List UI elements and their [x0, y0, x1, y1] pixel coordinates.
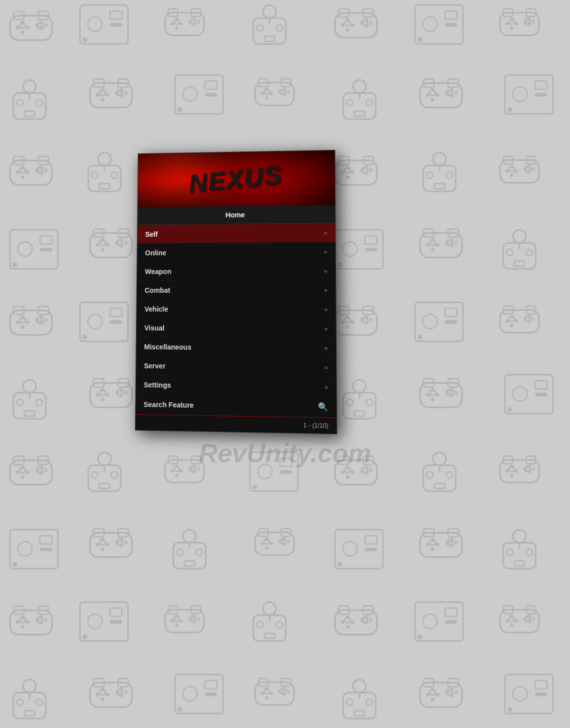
menu-item-server-label: Server	[144, 362, 166, 370]
menu-item-visual-label: Visual	[144, 324, 164, 332]
svg-rect-2	[20, 1, 28, 7]
menu-item-visual-arrow: »	[324, 325, 328, 332]
svg-rect-1	[2, 1, 10, 7]
menu-item-miscellaneous-label: Miscellaneous	[144, 343, 191, 351]
menu-item-server[interactable]: Server »	[136, 356, 336, 378]
menu-item-self[interactable]: Self »	[138, 223, 336, 244]
search-icon: 🔍	[318, 402, 328, 412]
pagination-text: 1 - (1/10)	[303, 422, 328, 429]
menu-items-list: Self » Online » Weapon » Combat » Vehicl…	[136, 223, 336, 418]
menu-item-settings-arrow: »	[324, 383, 328, 390]
menu-item-vehicle-arrow: »	[324, 306, 328, 313]
menu-item-online-label: Online	[145, 249, 166, 257]
svg-point-4	[7, 9, 11, 13]
svg-point-7	[4, 11, 7, 14]
menu-item-combat-label: Combat	[144, 286, 170, 294]
watermark: RevUnity.com	[199, 438, 372, 468]
menu-item-weapon[interactable]: Weapon »	[137, 261, 336, 281]
svg-point-21	[5, 15, 10, 20]
menu-header: NEXUS	[138, 150, 336, 207]
menu-item-online-arrow: »	[324, 248, 328, 255]
svg-point-5	[8, 15, 10, 17]
menu-item-settings[interactable]: Settings »	[136, 375, 336, 397]
search-feature-row[interactable]: Search Feature 🔍	[136, 394, 336, 418]
svg-point-17	[2, 27, 6, 31]
menu-item-self-arrow: »	[324, 229, 327, 236]
pagination: 1 - (1/10)	[136, 414, 336, 434]
menu-item-server-arrow: »	[324, 364, 328, 371]
menu-item-visual[interactable]: Visual »	[136, 318, 336, 338]
menu-item-self-label: Self	[145, 230, 158, 238]
home-tab[interactable]: Home	[138, 205, 335, 225]
menu-item-combat[interactable]: Combat »	[137, 281, 336, 300]
menu-item-settings-label: Settings	[144, 381, 172, 389]
svg-rect-15	[25, 5, 35, 12]
menu-item-weapon-arrow: »	[324, 267, 328, 274]
svg-point-8	[8, 8, 10, 10]
menu-item-combat-arrow: »	[324, 286, 328, 293]
menu-item-miscellaneous-arrow: »	[324, 344, 328, 351]
menu-item-weapon-label: Weapon	[145, 267, 172, 275]
menu-item-vehicle[interactable]: Vehicle »	[136, 300, 336, 319]
search-feature-label: Search Feature	[144, 400, 194, 409]
svg-rect-0	[0, 4, 30, 21]
menu-item-miscellaneous[interactable]: Miscellaneous »	[136, 337, 336, 358]
menu-item-online[interactable]: Online »	[137, 242, 336, 262]
svg-point-9	[22, 8, 24, 10]
menu-panel: NEXUS Home Self » Online » Weapon » Comb…	[135, 150, 337, 434]
svg-point-19	[10, 0, 20, 10]
svg-point-10	[24, 10, 26, 12]
menu-item-vehicle-label: Vehicle	[144, 305, 168, 313]
